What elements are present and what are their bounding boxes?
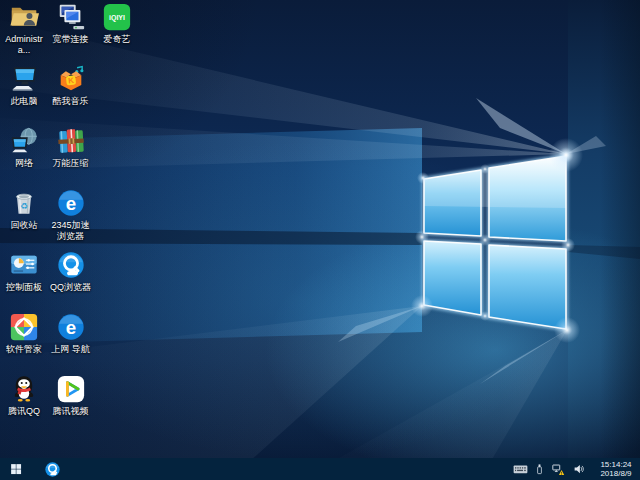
desktop-icon-qq-browser[interactable]: QQ浏览器 [48, 250, 94, 293]
taskbar-pinned-qq-browser[interactable] [39, 458, 65, 480]
taskbar-pinned [39, 458, 65, 480]
icon-label: 软件管家 [1, 344, 47, 355]
icon-label: 腾讯视频 [48, 406, 94, 417]
desktop-icon-kuwo-music[interactable]: K酷我音乐 [48, 64, 94, 107]
desktop-icon-broadband-connection[interactable]: 宽带连接 [48, 2, 94, 45]
usb-device-icon [535, 463, 544, 476]
network-warning-icon [551, 463, 566, 476]
desktop-icon-iqiyi[interactable]: iQIYI爱奇艺 [94, 2, 140, 45]
desktop-icon-administrator-folder[interactable]: Administra... [1, 2, 47, 55]
kuwo-k-text: K [67, 76, 74, 86]
icon-label: QQ浏览器 [48, 282, 94, 293]
qq-browser-icon [44, 461, 61, 478]
icon-label: 宽带连接 [48, 34, 94, 45]
browser-e-text: e [65, 193, 75, 214]
browser-e-text: e [65, 317, 75, 338]
kuwo-icon: K [56, 64, 86, 94]
qq-penguin-icon [9, 374, 39, 404]
network-icon [9, 126, 39, 156]
desktop-icon-wanneng-compress[interactable]: 万能压缩 [48, 126, 94, 169]
screen: Administra...宽带连接iQIYI爱奇艺此电脑K酷我音乐网络万能压缩♻… [0, 0, 640, 480]
tray-usb-device[interactable] [535, 463, 544, 476]
this-pc-icon [9, 64, 39, 94]
tray-network-warning[interactable] [551, 463, 566, 476]
start-button[interactable] [0, 458, 32, 480]
iqiyi-logo-text: iQIYI [109, 14, 125, 22]
icon-label: Administra... [1, 34, 47, 55]
desktop-icon-tencent-qq[interactable]: 腾讯QQ [1, 374, 47, 417]
desktop-icon-this-pc[interactable]: 此电脑 [1, 64, 47, 107]
recycle-bin-icon: ♻ [9, 188, 39, 218]
desktop-icon-grid[interactable]: Administra...宽带连接iQIYI爱奇艺此电脑K酷我音乐网络万能压缩♻… [0, 0, 640, 458]
icon-label: 控制面板 [1, 282, 47, 293]
icon-label: 腾讯QQ [1, 406, 47, 417]
system-tray: 15:14:24 2018/8/9 [513, 458, 640, 480]
tray-touch-keyboard[interactable] [513, 464, 528, 475]
desktop-icon-control-panel[interactable]: 控制面板 [1, 250, 47, 293]
desktop-icon-software-manager[interactable]: 软件管家 [1, 312, 47, 355]
icon-label: 此电脑 [1, 96, 47, 107]
tencent-video-icon [56, 374, 86, 404]
desktop-icon-2345-browser[interactable]: e2345加速浏览器 [48, 188, 94, 241]
blue-e-icon: e [56, 188, 86, 218]
control-panel-icon [9, 250, 39, 280]
icon-label: 回收站 [1, 220, 47, 231]
tray-icons [513, 463, 586, 476]
clock-date: 2018/8/9 [595, 469, 637, 479]
icon-label: 酷我音乐 [48, 96, 94, 107]
svg-text:♻: ♻ [20, 201, 28, 211]
compress-icon [56, 126, 86, 156]
icon-label: 爱奇艺 [94, 34, 140, 45]
taskbar-clock[interactable]: 15:14:24 2018/8/9 [593, 460, 637, 479]
software-manager-icon [9, 312, 39, 342]
desktop-icon-recycle-bin[interactable]: ♻回收站 [1, 188, 47, 231]
volume-icon [573, 463, 586, 475]
desktop-icon-tencent-video[interactable]: 腾讯视频 [48, 374, 94, 417]
desktop-icon-network[interactable]: 网络 [1, 126, 47, 169]
blue-e-icon: e [56, 312, 86, 342]
iqiyi-icon: iQIYI [102, 2, 132, 32]
broadband-icon [56, 2, 86, 32]
user-folder-icon [9, 2, 39, 32]
taskbar: 15:14:24 2018/8/9 [0, 458, 640, 480]
icon-label: 网络 [1, 158, 47, 169]
windows-logo-icon [10, 463, 22, 475]
tray-volume[interactable] [573, 463, 586, 475]
icon-label: 上网 导航 [48, 344, 94, 355]
touch-keyboard-icon [513, 464, 528, 475]
qq-browser-icon [56, 250, 86, 280]
clock-time: 15:14:24 [595, 460, 637, 470]
icon-label: 万能压缩 [48, 158, 94, 169]
desktop-icon-web-navigation[interactable]: e上网 导航 [48, 312, 94, 355]
icon-label: 2345加速浏览器 [48, 220, 94, 241]
